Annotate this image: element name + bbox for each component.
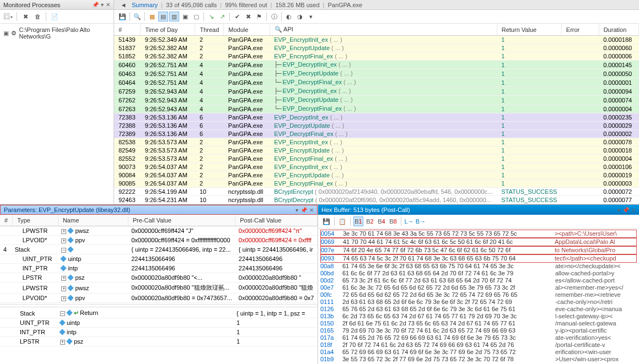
view3-button[interactable]: ▥	[169, 12, 179, 21]
hex-line[interactable]: 01112d 63 61 63 68 65 2d 6f 6e 6c 79 3e …	[320, 298, 637, 306]
b8-button[interactable]: B8	[388, 216, 398, 226]
table-row[interactable]: 518379:26:52.382 AM2PanGPA.exeEVP_Encryp…	[114, 44, 639, 52]
hex-line[interactable]: 009374 65 63 74 5c 3c 2f 70 61 74 68 3e …	[320, 254, 637, 263]
b1-button[interactable]: B1	[353, 216, 363, 226]
bookmark-del-button[interactable]: ✖	[243, 12, 253, 21]
param-row[interactable]: 4Stack−{ uintp = 2244135066496, intp = 2…	[0, 245, 318, 254]
params-grid[interactable]: # Type Name Pre-Call Value Post-Call Val…	[0, 215, 318, 364]
table-row[interactable]: 604639:26:52.751 AM4PanGPA.exe ├─EVP_Dec…	[114, 69, 639, 78]
table-row[interactable]: 825499:26:53.573 AM2PanGPA.exeEVP_Encryp…	[114, 146, 639, 155]
table-row[interactable]: 825389:26:53.573 AM2PanGPA.exeEVP_Encryp…	[114, 138, 639, 146]
pin-icon[interactable]: ▾	[617, 207, 620, 213]
info-button[interactable]: ⓘ	[269, 12, 279, 21]
table-row[interactable]: 604649:26:52.751 AM4PanGPA.exe └─EVP_Dec…	[114, 78, 639, 87]
pcol-post[interactable]: Post-Call Value	[235, 215, 318, 226]
close-icon[interactable]: ✕	[106, 2, 110, 8]
pin2-icon[interactable]: 📌	[622, 207, 629, 213]
pcol-name[interactable]: Name	[58, 215, 128, 226]
col-time[interactable]: Time of Day	[141, 24, 195, 36]
filter2-button[interactable]: ▢	[191, 12, 201, 21]
view1-button[interactable]: ▦	[147, 12, 157, 21]
close-icon[interactable]: ✕	[631, 207, 636, 213]
table-row[interactable]: 900739:26:54.037 AM2PanGPA.exeEVP_Encryp…	[114, 163, 639, 171]
hex-line[interactable]: 012665 76 65 2d 63 61 63 68 65 2d 6f 6e …	[320, 306, 637, 313]
hex-line[interactable]: 00bd61 6c 6c 6f 77 2d 63 61 63 68 65 64 …	[320, 270, 637, 277]
col-module[interactable]: Module	[224, 24, 270, 36]
table-row[interactable]: 723899:26:53.136 AM6PanGPA.exeEVP_Decryp…	[114, 130, 639, 138]
opt1-button[interactable]: ◐	[284, 12, 294, 21]
col-num[interactable]: #	[114, 24, 141, 36]
hex-line[interactable]: 00543e 3c 70 61 74 68 3e 43 3a 5c 55 73 …	[320, 230, 637, 238]
opt2-button[interactable]: ◑	[295, 12, 305, 21]
col-thread[interactable]: Thread	[195, 24, 224, 36]
close-icon[interactable]: ✕	[309, 207, 314, 213]
hex-line[interactable]: 01b93e 55 73 65 72 3c 2f 77 69 6e 2d 75 …	[320, 356, 637, 363]
tag-button[interactable]: ⚑	[254, 12, 264, 21]
hex-line[interactable]: 013b6c 2d 73 65 6c 65 63 74 2d 67 61 74 …	[320, 313, 637, 320]
expand-icon[interactable]: ▣	[3, 30, 9, 37]
delete-button[interactable]: 🗑	[33, 12, 42, 21]
hex-line[interactable]: 018f2f 70 6f 72 74 61 6c 2d 63 65 72 74 …	[320, 341, 637, 349]
summary-link[interactable]: Summary	[132, 2, 158, 8]
goto-button[interactable]: ↘	[206, 12, 216, 21]
hex-line[interactable]: 007e74 6f 20 4e 65 74 77 6f 72 6b 73 5c …	[320, 246, 637, 254]
copy-button[interactable]: 📋	[337, 216, 347, 226]
table-row[interactable]: 922229:26:54.199 AM10ncryptsslp.dllBCryp…	[114, 188, 639, 196]
save-button[interactable]: 💾	[321, 216, 331, 226]
search-icon[interactable]: 🔍	[275, 26, 282, 32]
pcol-h[interactable]: #	[0, 215, 13, 226]
param-row[interactable]: Stack−↵Return{ uintp = 1, intp = 1, psz …	[0, 308, 318, 318]
param-row[interactable]: INT_PTRintp1	[0, 328, 318, 337]
b4-button[interactable]: B4	[377, 216, 386, 226]
pcol-pre[interactable]: Pre-Call Value	[128, 215, 235, 226]
table-row[interactable]: 723839:26:53.136 AM6PanGPA.exeEVP_Decryp…	[114, 113, 639, 122]
table-row[interactable]: 900849:26:54.037 AM2PanGPA.exeEVP_Encryp…	[114, 171, 639, 180]
b2-button[interactable]: B2	[365, 216, 375, 226]
hex-line[interactable]: 00d265 73 3c 2f 61 6c 6c 6f 77 2d 63 61 …	[320, 277, 637, 284]
table-row[interactable]: 672639:26:52.943 AM4PanGPA.exe └─EVP_Dec…	[114, 105, 639, 113]
call-grid[interactable]: # Time of Day Thread Module 🔍 API Return…	[114, 24, 639, 204]
table-row[interactable]: 604609:26:52.751 AM4PanGPA.exe ├─EVP_Dec…	[114, 61, 639, 69]
table-row[interactable]: 723889:26:53.136 AM6PanGPA.exeEVP_Decryp…	[114, 122, 639, 130]
hex-line[interactable]: 017a61 74 65 2d 76 65 72 69 66 69 63 61 …	[320, 334, 637, 341]
param-row[interactable]: LPVOID*+ppv0x0000020a80df9b80 = 0x747365…	[0, 294, 318, 303]
pin-icon[interactable]: 📌	[92, 2, 99, 8]
param-row[interactable]: UINT_PTRuintp1	[0, 318, 318, 328]
hex-line[interactable]: 00a861 74 65 3e 6e 6f 3c 2f 63 68 65 63 …	[320, 263, 637, 270]
back-button[interactable]: ◄	[119, 0, 128, 10]
hex-line[interactable]: 016579 2d 69 70 3e 3c 70 6f 72 74 61 6c …	[320, 327, 637, 334]
props-button[interactable]: 📄	[50, 12, 60, 21]
param-row[interactable]: INT_PTRintp22441350664962244135066496	[0, 264, 318, 273]
table-row[interactable]: 900859:26:54.037 AM2PanGPA.exeEVP_Encryp…	[114, 180, 639, 188]
bookmark-button[interactable]: ✔	[232, 12, 242, 21]
param-row[interactable]: LPSTR+psz1	[0, 337, 318, 346]
pin-icon[interactable]: ▾	[296, 207, 298, 213]
filter1-button[interactable]: ▣	[180, 12, 190, 21]
param-row[interactable]: LPWSTR+pwsz0x0000020a80df9b80 "狙煥敳瑳爇...0…	[0, 282, 318, 294]
goto2-button[interactable]: ↗	[217, 12, 227, 21]
param-row[interactable]: LPWSTR+pwsz0x000000cff69ff424 "J"0x00000…	[0, 226, 318, 236]
save-button[interactable]: 💾	[117, 12, 127, 21]
find-button[interactable]: 🔍	[132, 12, 142, 21]
dropdown-icon[interactable]: ▾	[101, 2, 104, 8]
col-api[interactable]: 🔍 API	[270, 24, 497, 36]
table-row[interactable]: 514399:26:52.349 AM2PanGPA.exeEVP_Encryp…	[114, 36, 639, 44]
pcol-type[interactable]: Type	[13, 215, 58, 226]
be-button[interactable]: B→	[416, 216, 426, 226]
param-row[interactable]: UINT_PTRuintp22441350664962244135066496	[0, 254, 318, 264]
hex-content[interactable]: 00543e 3c 70 61 74 68 3e 43 3a 5c 55 73 …	[318, 229, 639, 364]
pin2-icon[interactable]: 📌	[300, 207, 307, 213]
table-row[interactable]: 672629:26:52.943 AM4PanGPA.exe ├─EVP_Dec…	[114, 96, 639, 105]
hex-line[interactable]: 01a465 72 69 66 69 63 61 74 69 6f 6e 3e …	[320, 349, 637, 356]
table-row[interactable]: 672599:26:52.943 AM4PanGPA.exe ├─EVP_Dec…	[114, 87, 639, 96]
tree-item[interactable]: ▣ ⚙ C:\Program Files\Palo Alto Networks\…	[2, 26, 111, 40]
col-return[interactable]: Return Value	[497, 24, 561, 36]
col-error[interactable]: Error	[561, 24, 599, 36]
table-row[interactable]: 518529:26:52.382 AM2PanGPA.exeEVP_Encryp…	[114, 52, 639, 61]
view2-button[interactable]: ▤	[158, 12, 168, 21]
hex-line[interactable]: 00e761 6c 3e 3c 72 65 6d 65 6d 62 65 72 …	[320, 284, 637, 291]
remove-button[interactable]: ✖	[20, 12, 30, 21]
param-row[interactable]: LPVOID*+ppv0x000000cff69ff424 = 0xffffff…	[0, 236, 318, 245]
hex-line[interactable]: 00fc72 65 6d 65 6d 62 65 72 2d 6d 65 3e …	[320, 291, 637, 298]
add-proc-button[interactable]: ⿴▾	[3, 12, 13, 21]
